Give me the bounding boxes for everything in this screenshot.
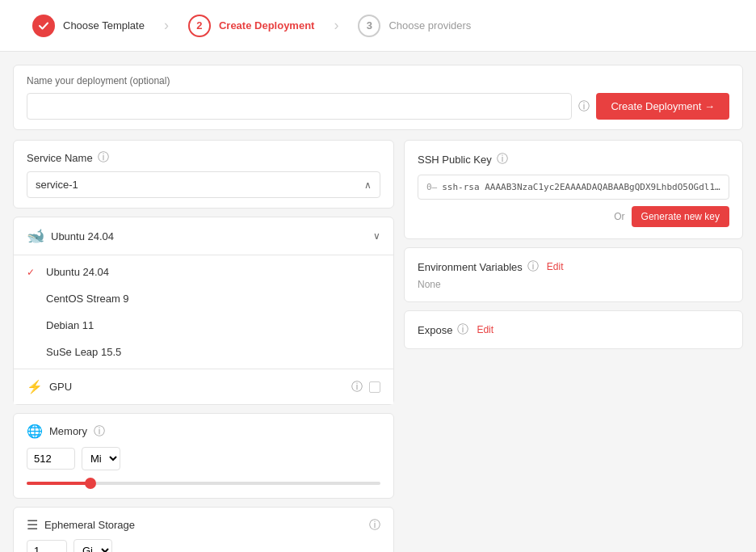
service-name-header: Service Name ⓘ [27,150,380,165]
deployment-name-input[interactable] [27,93,572,120]
memory-slider-fill [27,482,90,485]
env-none-value: None [418,279,729,290]
service-name-label: Service Name [27,152,93,164]
gpu-label: GPU [49,381,345,393]
gpu-row: ⚡ GPU ⓘ [14,369,393,404]
service-name-card: Service Name ⓘ service-1 ∧ [13,140,394,209]
memory-icon: 🌐 [27,423,43,439]
expose-label: Expose [418,324,452,336]
expose-info-icon[interactable]: ⓘ [457,322,468,337]
memory-card: 🌐 Memory ⓘ Mi Gi [13,413,394,499]
generate-key-button[interactable]: Generate new key [632,206,729,227]
deployment-name-row: ⓘ Create Deployment → [27,93,729,120]
gpu-info-icon[interactable]: ⓘ [351,380,363,394]
ssh-label: SSH Public Key [418,154,492,166]
env-info-icon[interactable]: ⓘ [527,259,539,274]
gpu-checkbox[interactable] [369,381,380,393]
os-dropdown-header[interactable]: 🐋 Ubuntu 24.04 ∨ [14,217,393,255]
ubuntu-icon: 🐋 [27,227,44,245]
memory-value-row: Mi Gi [27,447,380,470]
step2-label: Create Deployment [219,19,314,32]
os-selected-label: Ubuntu 24.04 [51,230,367,242]
os-option-debian[interactable]: Debian 11 [14,312,393,339]
env-label: Environment Variables [418,261,523,273]
create-deployment-button[interactable]: Create Deployment → [596,93,729,120]
gpu-icon: ⚡ [27,379,43,394]
memory-slider-container [27,478,380,488]
service-name-info-icon[interactable]: ⓘ [98,150,109,165]
ephemeral-storage-unit-select[interactable]: Gi Mi [74,539,112,552]
service-name-value-row[interactable]: service-1 ∧ [27,171,380,198]
ssh-key-prefix: 0— [426,182,437,192]
memory-slider-thumb[interactable] [85,478,96,489]
os-option-label-centos: CentOS Stream 9 [46,293,129,305]
ephemeral-storage-value-row: Gi Mi [27,539,380,552]
deployment-name-info-icon[interactable]: ⓘ [578,99,590,114]
deployment-name-label: Name your deployment (optional) [27,75,729,86]
memory-header: 🌐 Memory ⓘ [27,423,380,439]
memory-unit-select[interactable]: Mi Gi [82,447,120,470]
step2-circle: 2 [188,15,211,37]
ephemeral-storage-info-icon[interactable]: ⓘ [369,518,380,533]
os-option-ubuntu[interactable]: ✓ Ubuntu 24.04 [14,259,393,285]
ssh-or-text: Or [614,211,624,222]
ssh-key-value: ssh-rsa AAAAB3NzaC1yc2EAAAADAQABAABgQDX9… [442,182,720,192]
two-col-layout: Service Name ⓘ service-1 ∧ 🐋 Ubuntu 24.0… [13,140,743,552]
expose-edit-link[interactable]: Edit [477,324,494,335]
os-option-label-debian: Debian 11 [46,319,94,331]
ssh-or-row: Or Generate new key [418,206,729,227]
os-option-label-ubuntu: Ubuntu 24.04 [46,266,109,278]
os-section: 🐋 Ubuntu 24.04 ∨ ✓ Ubuntu 24.04 CentOS S… [13,217,394,405]
ssh-key-box: 0— ssh-rsa AAAAB3NzaC1yc2EAAAADAQABAABgQ… [418,175,729,200]
ephemeral-storage-input[interactable] [27,540,67,552]
service-name-value: service-1 [36,179,78,191]
os-option-suse[interactable]: SuSe Leap 15.5 [14,339,393,365]
os-dropdown-arrow-icon: ∨ [373,230,380,242]
expose-card: Expose ⓘ Edit [404,310,743,349]
memory-info-icon[interactable]: ⓘ [94,424,105,439]
memory-slider-track [27,482,380,485]
ssh-info-icon[interactable]: ⓘ [497,152,508,166]
ephemeral-storage-label: Ephemeral Storage [44,519,363,531]
memory-label: Memory [49,425,87,437]
memory-value-input[interactable] [27,448,75,470]
wizard-arrow-2: › [327,17,345,34]
service-name-chevron-icon: ∧ [364,179,372,191]
expose-header: Expose ⓘ Edit [418,322,729,337]
wizard-step-2: 2 Create Deployment [175,15,327,37]
env-header: Environment Variables ⓘ Edit [418,259,729,274]
step3-label: Choose providers [388,19,471,32]
ephemeral-storage-card: ☰ Ephemeral Storage ⓘ Gi Mi [13,507,394,552]
wizard-header: Choose Template › 2 Create Deployment › … [0,0,756,52]
step1-label: Choose Template [63,19,145,32]
deployment-name-section: Name your deployment (optional) ⓘ Create… [13,65,743,130]
wizard-step-3: 3 Choose providers [345,15,484,37]
step3-circle: 3 [358,15,380,37]
main-content: Name your deployment (optional) ⓘ Create… [0,52,756,552]
left-column: Service Name ⓘ service-1 ∧ 🐋 Ubuntu 24.0… [13,140,394,552]
step1-circle [32,15,55,37]
os-dropdown-list: ✓ Ubuntu 24.04 CentOS Stream 9 Debian 11… [14,255,393,369]
env-variables-card: Environment Variables ⓘ Edit None [404,247,743,302]
ssh-card: SSH Public Key ⓘ 0— ssh-rsa AAAAB3NzaC1y… [404,140,743,239]
os-option-check-ubuntu: ✓ [27,267,38,278]
wizard-arrow-1: › [158,17,175,34]
right-column: SSH Public Key ⓘ 0— ssh-rsa AAAAB3NzaC1y… [404,140,743,552]
wizard-step-1: Choose Template [19,15,158,37]
ephemeral-storage-icon: ☰ [27,517,38,533]
env-edit-link[interactable]: Edit [547,261,564,272]
ssh-header: SSH Public Key ⓘ [418,152,729,166]
ephemeral-storage-header: ☰ Ephemeral Storage ⓘ [27,517,380,533]
os-option-label-suse: SuSe Leap 15.5 [46,346,121,358]
os-option-centos[interactable]: CentOS Stream 9 [14,285,393,312]
